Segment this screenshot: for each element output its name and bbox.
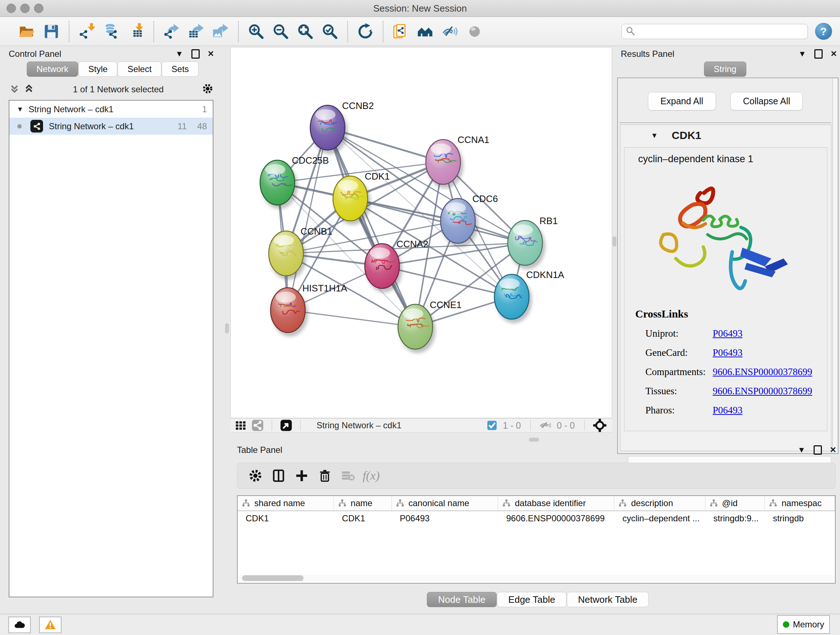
search-container	[622, 24, 808, 39]
table-panel-title: Table Panel	[237, 445, 282, 455]
control-panel-float-icon[interactable]	[191, 49, 200, 59]
network-badge-icon[interactable]	[251, 419, 264, 432]
open-session-button[interactable]	[18, 22, 36, 41]
grid-view-icon[interactable]	[235, 419, 247, 432]
tab-network-table[interactable]: Network Table	[567, 592, 649, 607]
tab-edge-table[interactable]: Edge Table	[497, 592, 567, 607]
node-CCNB2[interactable]: CCNB2	[310, 101, 374, 154]
birdseye-view-icon[interactable]	[280, 419, 292, 432]
crosslink-link[interactable]: P06493	[713, 347, 743, 358]
table-scrollbar-thumb[interactable]	[242, 575, 303, 581]
table-options-gear-icon[interactable]	[247, 467, 264, 485]
cytoscape-window: Session: New Session ? Control Panel ▼ ✕…	[0, 0, 840, 635]
show-columns-icon[interactable]	[270, 467, 287, 485]
gene-entry-collapse-icon[interactable]: ▼	[651, 131, 658, 140]
edge-CCNB2-CCNE1[interactable]	[328, 128, 416, 327]
cloud-button[interactable]	[8, 616, 31, 633]
hide-graphics-details-button[interactable]	[441, 22, 459, 41]
network-collection-row[interactable]: ▼ String Network – cdk1 1	[9, 101, 213, 118]
network-options-gear-icon[interactable]	[202, 83, 213, 96]
table-panel-float-icon[interactable]	[813, 445, 822, 455]
cell-database-identifier[interactable]: 9606.ENSP00000378699	[498, 511, 614, 527]
crosslink-link[interactable]: P06493	[713, 405, 743, 416]
node-table-header: shared namenamecanonical namedatabase id…	[238, 496, 835, 511]
help-button[interactable]: ?	[815, 23, 832, 40]
results-scrollbar[interactable]	[832, 79, 837, 451]
expand-all-button[interactable]: Expand All	[648, 92, 716, 111]
column-header-namespac[interactable]: namespac	[765, 496, 835, 510]
node-CCNA1[interactable]: CCNA1	[426, 135, 489, 188]
memory-button[interactable]: Memory	[777, 615, 830, 634]
crosslink-link[interactable]: 9606.ENSP00000378699	[713, 366, 812, 378]
results-panel-collapse-icon[interactable]: ▼	[798, 49, 806, 59]
import-table-from-file-button[interactable]	[127, 22, 145, 41]
collection-expand-icon[interactable]: ▼	[17, 105, 24, 113]
collapse-all-button[interactable]: Collapse All	[730, 92, 803, 111]
search-input[interactable]	[622, 24, 808, 39]
tab-select[interactable]: Select	[118, 62, 161, 77]
table-panel-collapse-icon[interactable]: ▼	[798, 445, 806, 455]
column-header-canonical-name[interactable]: canonical name	[392, 496, 498, 510]
zoom-out-button[interactable]	[272, 22, 290, 41]
cell-description[interactable]: cyclin–dependent ...	[614, 511, 705, 527]
delete-column-trash-icon[interactable]	[316, 467, 333, 485]
control-panel-collapse-icon[interactable]: ▼	[175, 49, 183, 59]
column-header-@id[interactable]: @id	[706, 496, 765, 510]
import-network-from-file-button[interactable]	[78, 22, 96, 41]
export-image-button[interactable]	[212, 22, 230, 41]
table-row[interactable]: CDK1CDK1P064939606.ENSP00000378699cyclin…	[238, 511, 835, 527]
node-CDC6[interactable]: CDC6	[441, 194, 498, 247]
results-panel-close-icon[interactable]: ✕	[831, 49, 837, 59]
table-panel-close-icon[interactable]: ✕	[830, 445, 836, 455]
share-document-button[interactable]	[392, 22, 410, 41]
node-CCNA2[interactable]: CCNA2	[365, 239, 428, 293]
node-CCNE1[interactable]: CCNE1	[398, 300, 462, 353]
gene-name: CDK1	[672, 129, 701, 141]
string-home-button[interactable]	[416, 22, 434, 41]
save-session-button[interactable]	[42, 22, 60, 41]
export-table-button[interactable]	[187, 22, 205, 41]
network-row[interactable]: String Network – cdk1 11 48	[9, 118, 213, 135]
tab-sets[interactable]: Sets	[162, 62, 199, 77]
presentation-mode-button[interactable]	[466, 22, 484, 41]
cell-name[interactable]: CDK1	[334, 511, 392, 527]
import-network-from-database-button[interactable]	[103, 22, 120, 41]
zoom-fit-content-button[interactable]	[296, 22, 314, 41]
crosslink-link[interactable]: P06493	[713, 328, 743, 339]
zoom-selected-region-button[interactable]	[321, 22, 339, 41]
cell-@id[interactable]: stringdb:9...	[706, 511, 765, 527]
collapse-all-networks-icon[interactable]	[9, 83, 20, 96]
control-panel-close-icon[interactable]: ✕	[208, 49, 214, 59]
tab-style[interactable]: Style	[79, 62, 117, 77]
node-HIST1H1A[interactable]: HIST1H1A	[271, 283, 347, 337]
network-canvas[interactable]: CCNB2 CCNA1 CDC25B CDK1 CDC6 RB1 CCNB1	[231, 47, 612, 418]
column-header-name[interactable]: name	[334, 496, 392, 510]
table-horizontal-scrollbar[interactable]	[238, 575, 834, 581]
expand-all-networks-icon[interactable]	[23, 83, 35, 96]
node-CDKN1A[interactable]: CDKN1A	[494, 270, 565, 323]
tab-string[interactable]: String	[704, 62, 746, 77]
column-header-description[interactable]: description	[614, 496, 705, 510]
selected-checkbox-icon[interactable]	[487, 420, 497, 431]
tab-network[interactable]: Network	[27, 62, 78, 77]
right-splitter-handle[interactable]	[613, 236, 616, 247]
results-panel-float-icon[interactable]	[814, 49, 823, 59]
cell-namespac[interactable]: stringdb	[765, 511, 835, 527]
cell-shared-name[interactable]: CDK1	[238, 511, 334, 527]
horizontal-splitter-handle[interactable]	[529, 438, 539, 442]
warning-button[interactable]	[39, 616, 62, 633]
column-header-database-identifier[interactable]: database identifier	[498, 496, 614, 510]
node-CCNB1[interactable]: CCNB1	[269, 226, 332, 280]
zoom-in-button[interactable]	[247, 22, 265, 41]
column-header-shared-name[interactable]: shared name	[238, 496, 334, 510]
cell-canonical-name[interactable]: P06493	[392, 511, 498, 527]
refresh-view-button[interactable]	[356, 22, 374, 41]
add-column-icon[interactable]	[293, 467, 310, 485]
left-splitter-handle[interactable]	[225, 323, 229, 333]
export-network-button[interactable]	[163, 22, 180, 41]
gene-description: cyclin–dependent kinase 1	[638, 154, 827, 165]
fit-selected-crosshair-icon[interactable]	[592, 418, 607, 432]
node-RB1[interactable]: RB1	[508, 216, 558, 269]
tab-node-table[interactable]: Node Table	[427, 592, 497, 607]
crosslink-link[interactable]: 9606.ENSP00000378699	[713, 386, 812, 397]
